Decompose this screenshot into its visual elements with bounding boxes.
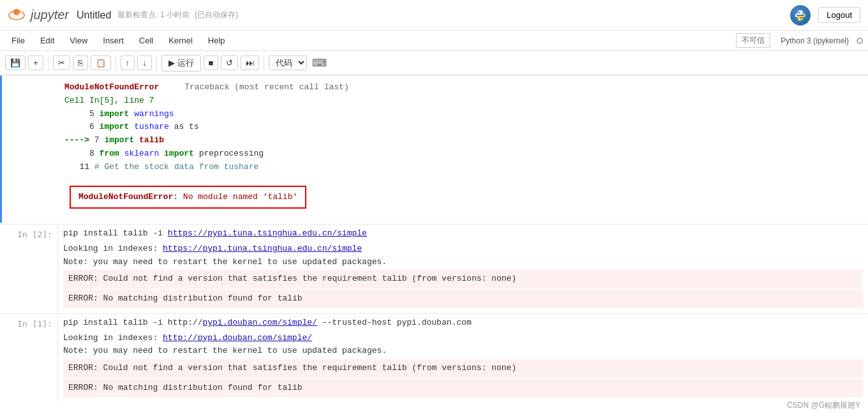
cell-3-input-link: pypi.douban.com/simple/ — [202, 318, 317, 327]
cell-3-output-line1: Looking in indexes: http://pypi.douban.c… — [63, 332, 863, 345]
cell-3-error-2: ERROR: No matching distribution found fo… — [63, 379, 863, 397]
restart-button[interactable]: ↺ — [221, 56, 238, 70]
cell-2-error-1: ERROR: Could not find a version that sat… — [63, 270, 863, 288]
cell-2-output-line2: Note: you may need to restart the kernel… — [63, 256, 863, 269]
toolbar-separator-3 — [156, 56, 157, 71]
cell-2-link: https://pypi.tuna.tsinghua.edu.cn/simple — [168, 228, 367, 238]
kernel-info: Python 3 (ipykernel) — [781, 36, 849, 45]
traceback-header-text: Traceback (most recent call last) — [184, 81, 348, 94]
watermark: CSDN @G鲲鹏展翅Y — [787, 400, 860, 411]
header-right: Logout — [790, 5, 860, 26]
error-box-container: ModuleNotFoundError: No module named 'ta… — [67, 181, 860, 214]
toolbar-separator-4 — [264, 56, 264, 71]
cell-2-index-link: https://pypi.tuna.tsinghua.edu.cn/simple — [163, 244, 362, 253]
trusted-badge[interactable]: 不可信 — [736, 33, 770, 48]
traceback-line4: 6 import tushare as ts — [64, 121, 863, 134]
cell-3-output-line2: Note: you may need to restart the kernel… — [63, 345, 863, 358]
traceback-line5: ----> 7 import talib — [64, 134, 863, 147]
traceback-line3: 5 import warnings — [64, 108, 863, 121]
logo: jupyter — [8, 6, 69, 24]
keyboard-icon[interactable]: ⌨ — [312, 57, 327, 69]
notebook: ModuleNotFoundError Traceback (most rece… — [0, 75, 868, 416]
error-cell-prompt — [2, 76, 59, 223]
copy-button[interactable]: ⎘ — [73, 56, 88, 70]
error-message-box: ModuleNotFoundError: No module named 'ta… — [70, 186, 306, 209]
notebook-title[interactable]: Untitled — [77, 10, 111, 21]
menu-edit[interactable]: Edit — [34, 34, 61, 47]
move-down-button[interactable]: ↓ — [137, 56, 152, 70]
checkpoint-text: 最新检查点: 1 小时前 — [117, 10, 190, 20]
run-label: 运行 — [177, 57, 194, 69]
autosave-text: (已自动保存) — [195, 10, 238, 20]
cell-3-index-link: http://pypi.douban.com/simple/ — [163, 333, 312, 343]
toolbar-separator-1 — [48, 56, 49, 71]
cell-2-content[interactable]: pip install talib -i https://pypi.tuna.t… — [57, 225, 868, 312]
error-cell-content: ModuleNotFoundError Traceback (most rece… — [59, 76, 868, 223]
menu-view[interactable]: View — [63, 34, 94, 47]
jupyter-text: jupyter — [31, 8, 69, 22]
toolbar-separator-2 — [116, 56, 116, 71]
traceback-line2: Cell In[5], line 7 — [64, 94, 863, 108]
traceback-line7: 11 # Get the stock data from tushare — [64, 161, 863, 174]
move-up-button[interactable]: ↑ — [121, 56, 135, 70]
menu-cell[interactable]: Cell — [133, 34, 160, 47]
menu-insert[interactable]: Insert — [96, 34, 130, 47]
cell-2: In [2]: pip install talib -i https://pyp… — [0, 224, 868, 312]
cell-3: In [1]: pip install talib -i http://pypi… — [0, 313, 868, 401]
menu-file[interactable]: File — [5, 34, 31, 47]
cell-2-prompt: In [2]: — [0, 225, 57, 312]
cell-2-output: Looking in indexes: https://pypi.tuna.ts… — [63, 242, 863, 308]
error-detail: : No module named 'talib' — [173, 192, 297, 202]
python-icon — [794, 9, 807, 22]
menu-kernel[interactable]: Kernel — [162, 34, 199, 47]
jupyter-logo-icon — [8, 6, 26, 24]
logout-button[interactable]: Logout — [818, 7, 860, 23]
cell-2-input: pip install talib -i https://pypi.tuna.t… — [63, 227, 863, 240]
stop-button[interactable]: ■ — [204, 56, 219, 70]
cell-2-output-line1: Looking in indexes: https://pypi.tuna.ts… — [63, 242, 863, 256]
traceback-line6: 8 from sklearn import preprocessing — [64, 147, 863, 161]
error-traceback: ModuleNotFoundError Traceback (most rece… — [64, 81, 863, 214]
error-type-inline: ModuleNotFoundError — [79, 192, 173, 202]
run-button[interactable]: ▶ 运行 — [161, 55, 201, 71]
add-cell-button[interactable]: + — [28, 56, 43, 70]
fast-forward-button[interactable]: ⏭ — [241, 56, 259, 70]
menubar: File Edit View Insert Cell Kernel Help 不… — [0, 31, 868, 51]
cell-3-output: Looking in indexes: http://pypi.douban.c… — [63, 332, 863, 397]
header: jupyter Untitled 最新检查点: 1 小时前 (已自动保存) Lo… — [0, 0, 868, 31]
svg-point-0 — [13, 9, 20, 15]
cell-3-prompt: In [1]: — [0, 314, 57, 401]
cut-button[interactable]: ✂ — [53, 56, 70, 70]
toolbar: 💾 + ✂ ⎘ 📋 ↑ ↓ ▶ 运行 ■ ↺ ⏭ 代码 ⌨ — [0, 51, 868, 75]
python-logo-icon — [790, 5, 811, 26]
menu-help[interactable]: Help — [202, 34, 232, 47]
kernel-status-icon — [857, 38, 863, 44]
save-button[interactable]: 💾 — [5, 56, 26, 70]
error-type-text: ModuleNotFoundError — [64, 81, 159, 94]
cell-3-content[interactable]: pip install talib -i http://pypi.douban.… — [57, 314, 868, 401]
error-cell: ModuleNotFoundError Traceback (most rece… — [0, 75, 868, 223]
cell-type-select[interactable]: 代码 — [269, 56, 307, 70]
run-icon: ▶ — [168, 58, 175, 68]
cell-2-error-2: ERROR: No matching distribution found fo… — [63, 290, 863, 308]
cell-3-error-1: ERROR: Could not find a version that sat… — [63, 359, 863, 378]
paste-button[interactable]: 📋 — [91, 56, 111, 70]
cell-3-input: pip install talib -i http://pypi.douban.… — [63, 316, 863, 329]
